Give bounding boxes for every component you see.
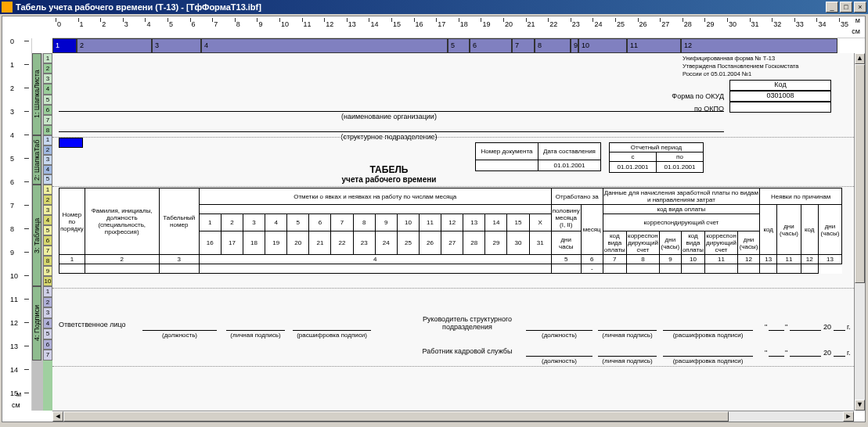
org-name-label: (наименование организации) xyxy=(287,113,491,120)
col-header-7[interactable]: 7 xyxy=(512,38,535,53)
struct-head-label: Руководитель структурного подразделения xyxy=(412,315,522,331)
scroll-up-button[interactable]: ▲ xyxy=(855,53,865,64)
scroll-h-thumb[interactable] xyxy=(63,411,729,422)
col-header-12[interactable]: 12 xyxy=(681,38,837,53)
rownum-bar: 1234567812345123456789101234567 xyxy=(43,53,52,411)
ruler-h-unit-cm: см xyxy=(852,27,860,35)
scroll-down-button[interactable]: ▼ xyxy=(855,400,865,411)
col-header-8[interactable]: 8 xyxy=(535,38,571,53)
report-title: ТАБЕЛЬ xyxy=(287,164,491,175)
doc-header-table: Номер документаДата составления 01.01.20… xyxy=(475,142,601,171)
scroll-v-thumb[interactable] xyxy=(855,64,865,283)
section-tab-4[interactable]: 4: Подписи xyxy=(32,286,41,361)
approved-line-1: Унифицированная форма № Т-13 xyxy=(683,55,839,62)
col-header-3[interactable]: 3 xyxy=(152,38,201,53)
okud-val: 0301008 xyxy=(729,91,831,102)
col-header-2[interactable]: 2 xyxy=(77,38,152,53)
ruler-h-unit: м xyxy=(855,16,860,24)
window-titlebar: Табель учета рабочего времени (Т-13) - [… xyxy=(0,0,868,14)
scroll-left-button[interactable]: ◄ xyxy=(52,411,63,422)
minimize-button[interactable]: _ xyxy=(826,2,838,13)
col-header-6[interactable]: 6 xyxy=(470,38,512,53)
code-hdr: Код xyxy=(729,80,831,91)
close-button[interactable]: × xyxy=(854,2,866,13)
responsible-label: Ответственное лицо xyxy=(59,321,126,328)
approved-line-2: Утверждена Постановлением Госкомстата xyxy=(683,63,839,70)
ruler-vertical: м см 0123456789101112131415 xyxy=(2,38,32,411)
scroll-right-button[interactable]: ► xyxy=(843,411,854,422)
section-bar: 1: ШапкаЛиста 2: ШапкаТаб 3: Таблица 4: … xyxy=(32,53,43,411)
section-tab-1[interactable]: 1: ШапкаЛиста xyxy=(32,53,41,135)
col-header-11[interactable]: 11 xyxy=(627,38,681,53)
column-header-bar[interactable]: 1 2 3 4 5 6 7 8 9 10 11 12 xyxy=(52,38,854,53)
vertical-scrollbar[interactable]: ▲ ▼ xyxy=(854,53,865,411)
report-subtitle: учета рабочего времени xyxy=(287,175,491,184)
period-table: Отчетный период спо 01.01.200101.01.2001 xyxy=(609,142,704,173)
okud-lbl: Форма по ОКУД xyxy=(655,92,726,100)
design-workspace: м см 01234567891011121314151617181920212… xyxy=(2,16,866,422)
approved-line-3: России от 05.01.2004 №1 xyxy=(683,70,839,77)
design-surface[interactable]: Унифицированная форма № Т-13 Утверждена … xyxy=(52,53,854,411)
hr-label: Работник кадровой службы xyxy=(412,347,522,355)
selected-cell[interactable] xyxy=(59,138,83,148)
section-tab-2[interactable]: 2: ШапкаТаб xyxy=(32,135,41,185)
app-icon xyxy=(2,2,13,13)
col-header-10[interactable]: 10 xyxy=(578,38,627,53)
section-tab-3[interactable]: 3: Таблица xyxy=(32,185,41,286)
main-table: Номер по порядку Фамилия, инициалы, долж… xyxy=(59,188,842,274)
col-header-9[interactable]: 9 xyxy=(571,38,578,53)
horizontal-scrollbar[interactable]: ◄ ► xyxy=(52,411,854,422)
col-header-5[interactable]: 5 xyxy=(448,38,470,53)
maximize-button[interactable]: □ xyxy=(840,2,852,13)
window-title: Табель учета рабочего времени (Т-13) - [… xyxy=(16,2,261,12)
okpo-val xyxy=(729,102,831,113)
col-header-4[interactable]: 4 xyxy=(201,38,448,53)
ruler-horizontal: м см 01234567891011121314151617181920212… xyxy=(52,16,865,38)
col-header-1[interactable]: 1 xyxy=(52,38,77,53)
